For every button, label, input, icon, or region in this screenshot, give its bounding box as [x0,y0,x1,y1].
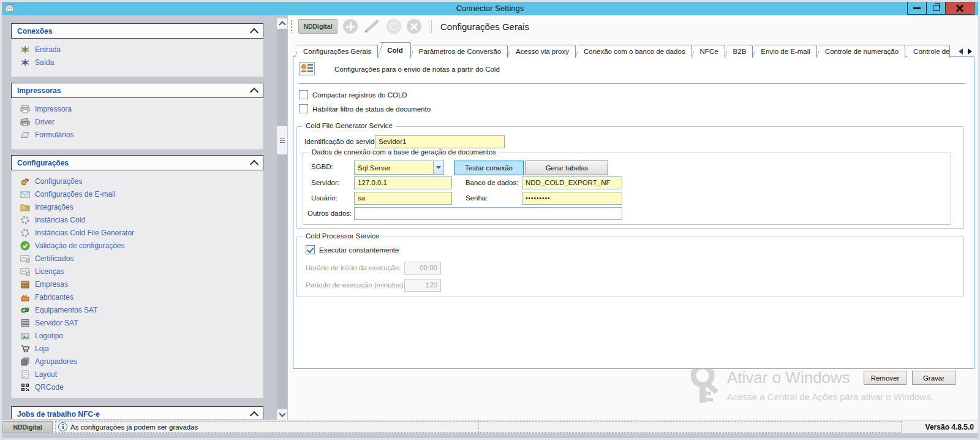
cancel-button[interactable] [407,19,421,34]
dropdown-button[interactable] [433,161,443,174]
group-title: Cold File Generator Service [303,122,396,129]
password-label: Senha: [466,194,488,202]
tab-controle-numeracao[interactable]: Controle de numeração [819,45,905,58]
restore-button[interactable] [926,1,946,15]
save-button[interactable]: Gravar [912,371,956,385]
server-id-label: Identificação do servidor: [304,138,383,145]
group-title: Dados de conexão com a base de geração d… [309,148,499,156]
tab-b2b[interactable]: B2B [727,45,753,58]
page-title: Configurações Gerais [440,21,529,32]
tab-nfce[interactable]: NFCe [694,45,725,58]
toolbar: NDDigital Configurações Gerais [288,15,978,37]
tab-configuracoes-gerais[interactable]: Configurações Gerais [297,45,378,58]
scroll-up-button[interactable] [277,18,287,29]
sidebar-item-fabricantes[interactable]: Fabricantes [12,290,263,303]
tab-acesso-proxy[interactable]: Acesso via proxy [510,45,576,58]
sgbd-combobox[interactable]: Sql Server [354,161,444,175]
title-bar: Connector Settings [2,1,978,15]
settings-icon [20,176,30,186]
group-header-jobs-nfce[interactable]: Jobs de trabalho NFC-e [11,406,263,419]
sidebar-item-impressora[interactable]: Impressora [12,102,263,115]
cold-file-generator-group: Cold File Generator Service Identificaçã… [296,126,964,229]
compactar-checkbox[interactable] [299,90,308,99]
habilitar-filtro-checkbox[interactable] [299,104,308,113]
sidebar-item-validacao[interactable]: Validação de configurações [12,239,263,252]
toolbar-grip[interactable] [290,20,293,33]
minimize-button[interactable] [907,1,927,15]
tab-conexao-banco[interactable]: Conexão com o banco de dados [578,45,692,58]
checkbox-row-executar: Executar constantemente [306,245,399,254]
user-field[interactable]: sa [354,192,452,205]
companies-icon [20,279,30,289]
sidebar-group-jobs-nfce: Jobs de trabalho NFC-e [11,406,263,419]
database-label: Banco de dados: [466,179,518,186]
executar-constantemente-checkbox[interactable] [306,245,315,254]
database-field[interactable]: NDD_COLD_EXPORT_NF [522,176,622,189]
printer-driver-icon [20,117,30,127]
sidebar-item-qrcode[interactable]: QRCode [12,381,263,393]
checkbox-row-compactar: Compactar registros do COLD [299,90,407,99]
watermark-line1: Ativar o Windows [727,368,850,387]
statusbar-spacer [480,421,902,433]
tab-controle-ordem[interactable]: Controle de ordem d [907,45,950,58]
tab-scroll-left[interactable] [959,48,963,55]
server-id-field[interactable]: Sevidor1 [375,135,505,148]
key-icon [689,365,722,405]
sidebar-item-instancias-cold[interactable]: Instâncias Cold [12,213,263,226]
group-header-conexoes[interactable]: Conexões [11,23,263,39]
restore-icon [933,5,940,11]
tab-scroll-right[interactable] [968,48,972,55]
sidebar-item-layout[interactable]: Layout [12,368,263,381]
start-time-label: Horário de início da execução: [306,264,401,271]
generate-tables-button[interactable]: Gerar tabelas [526,161,608,175]
sidebar-item-agrupadores[interactable]: Agrupadores [12,355,263,368]
sidebar-item-configuracoes[interactable]: Configurações [12,175,263,188]
close-button[interactable] [945,1,974,15]
scrollbar-thumb[interactable] [277,126,287,154]
sidebar-item-integracoes[interactable]: Integrações [12,200,263,213]
license-icon [20,267,30,276]
tab-parametros-conversao[interactable]: Parâmetros de Conversão [413,45,508,58]
sidebar-item-driver[interactable]: Driver [12,115,263,128]
edit-pencil-button[interactable] [363,18,381,34]
integrations-folder-icon [20,202,30,212]
sidebar-item-licencas[interactable]: Licenças [12,265,263,278]
group-title: Jobs de trabalho NFC-e [17,410,100,419]
add-button[interactable] [343,19,358,34]
settings-gear-button[interactable] [386,19,401,34]
group-header-configuracoes[interactable]: Configurações [11,155,263,170]
checkbox-row-habilitar-filtro: Habilitar filtro de status de documento [299,104,431,113]
sidebar-item-loja[interactable]: Loja [12,342,263,355]
sidebar-item-saida[interactable]: Saída [12,56,263,69]
sidebar-item-formularios[interactable]: Formulários [12,128,263,141]
sgbd-label: SGBD: [311,163,333,170]
group-body: Impressora Driver Formulários [11,98,263,150]
tab-envio-email[interactable]: Envio de E-mail [755,45,817,58]
scroll-down-button[interactable] [277,409,287,420]
sidebar-scrollbar[interactable] [277,18,287,420]
sidebar-item-instancias-cold-file-generator[interactable]: Instâncias Cold File Generator [12,226,263,239]
contact-card-icon [299,62,315,75]
other-data-field[interactable] [354,207,622,220]
group-header-impressoras[interactable]: Impressoras [11,83,263,98]
sidebar-item-logotipo[interactable]: Logotipo [12,329,263,342]
group-body: Configurações Configurações de E-mail In… [11,170,263,398]
remove-button[interactable]: Remover [864,371,907,385]
toolbar-separator [429,20,429,33]
sidebar-item-servidor-sat[interactable]: Servidor SAT [12,316,263,329]
test-connection-button[interactable]: Testar conexão [454,161,524,175]
connection-data-group: Dados de conexão com a base de geração d… [303,153,951,225]
group-title: Configurações [17,159,69,167]
sidebar-item-certificados[interactable]: Certificados [12,252,263,265]
sidebar-item-empresas[interactable]: Empresas [12,278,263,290]
sidebar-item-configuracoes-email[interactable]: Configurações de E-mail [12,188,263,200]
statusbar-brand-button[interactable]: NDDigital [2,421,53,433]
sidebar-item-entrada[interactable]: Entrada [12,43,263,56]
server-field[interactable]: 127.0.0.1 [354,176,452,189]
tab-cold[interactable]: Cold [380,42,411,58]
toolbar-brand-button[interactable]: NDDigital [298,19,337,34]
period-field: 120 [404,279,441,292]
sidebar-item-equipamentos-sat[interactable]: Equipamentos SAT [12,303,263,316]
password-field[interactable]: ••••••••• [522,192,622,205]
cold-processor-group: Cold Processor Service Executar constant… [296,237,964,297]
